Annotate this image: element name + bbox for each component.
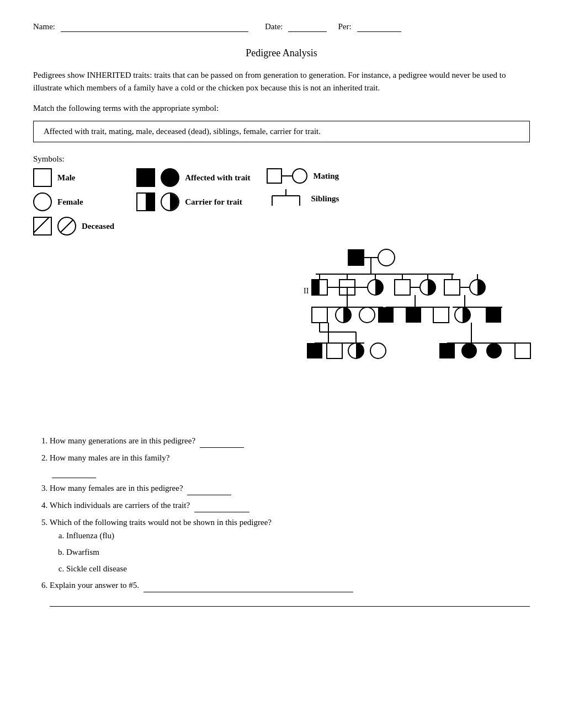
affected-female-symbol — [161, 168, 179, 187]
gen3-6 — [433, 307, 449, 323]
answer-6-line2[interactable] — [50, 597, 530, 607]
name-field[interactable] — [61, 22, 248, 32]
deceased-female-symbol — [57, 217, 76, 235]
symbol-col-3: Mating Siblings — [267, 168, 339, 208]
gen3-1 — [312, 307, 327, 323]
symbol-row-carrier: Carrier for trait — [136, 192, 250, 211]
gen3-5 — [406, 307, 421, 323]
carrier-male-symbol — [136, 192, 155, 211]
symbol-col-1: Male Female Deceased — [33, 168, 114, 235]
gen4-4 — [370, 343, 386, 358]
gen3-8 — [486, 307, 501, 323]
mating-symbol — [267, 168, 307, 184]
gen3-4 — [378, 307, 394, 323]
question-5b: Dwarfism — [66, 545, 530, 559]
deceased-label: Deceased — [82, 222, 114, 231]
question-2: How many males are in this family? — [50, 451, 530, 478]
deceased-male-symbol — [33, 217, 52, 235]
female-label: Female — [57, 197, 83, 207]
question-5a: Influenza (flu) — [66, 529, 530, 542]
symbol-row-female: Female — [33, 192, 114, 211]
terms-box: Affected with trait, mating, male, decea… — [33, 121, 530, 142]
date-label: Date: — [265, 22, 283, 31]
symbols-section: Symbols: Male Female Deceased Affe — [33, 154, 530, 235]
gen4-2 — [327, 343, 342, 358]
answer-2[interactable] — [52, 464, 96, 478]
carrier-label: Carrier for trait — [185, 197, 242, 207]
gen2-5-fill — [428, 280, 435, 295]
question-1: How many generations are in this pedigre… — [50, 434, 530, 448]
question-4: Which individuals are carriers of the tr… — [50, 499, 530, 512]
gen3-7-fill — [463, 307, 470, 323]
gen2-3-fill — [375, 280, 383, 295]
gen4-8 — [515, 343, 530, 358]
symbol-row-mating: Mating — [267, 168, 339, 184]
question-6: Explain your answer to #5. — [50, 579, 530, 607]
date-field[interactable] — [288, 22, 327, 32]
siblings-symbol — [267, 189, 305, 208]
male-label: Male — [57, 173, 75, 183]
mating-label: Mating — [313, 172, 339, 181]
question-5-subitems: Influenza (flu) Dwarfism Sickle cell dis… — [66, 529, 530, 575]
pedigree-svg: II — [298, 241, 563, 417]
gen2-4 — [395, 280, 410, 295]
symbol-row-male: Male — [33, 168, 114, 187]
symbols-grid: Male Female Deceased Affected with trait — [33, 168, 530, 235]
question-5c: Sickle cell disease — [66, 562, 530, 575]
answer-1[interactable] — [200, 434, 244, 448]
answer-3[interactable] — [187, 481, 231, 495]
question-5: Which of the following traits would not … — [50, 516, 530, 575]
question-3: How many females are in this pedigree? — [50, 481, 530, 495]
per-field[interactable] — [357, 22, 401, 32]
symbol-col-2: Affected with trait Carrier for trait — [136, 168, 250, 211]
gen4-6 — [461, 343, 477, 358]
gen4-1 — [307, 343, 322, 358]
answer-6[interactable] — [144, 579, 353, 592]
affected-male-symbol — [136, 168, 155, 187]
gen3-2-fill — [343, 307, 351, 323]
name-label: Name: — [33, 22, 55, 31]
header: Name: Date: Per: — [33, 22, 530, 32]
gen2-7-fill — [477, 280, 485, 295]
gen4-3-fill — [356, 343, 364, 358]
answer-4[interactable] — [194, 499, 249, 512]
carrier-female-symbol — [161, 192, 179, 211]
siblings-label: Siblings — [311, 194, 339, 204]
symbol-row-siblings: Siblings — [267, 189, 339, 208]
male-symbol — [33, 168, 52, 187]
gen1-female — [378, 249, 395, 266]
symbol-row-deceased: Deceased — [33, 217, 114, 235]
gen2-label: II — [304, 287, 309, 295]
symbols-label: Symbols: — [33, 154, 530, 164]
gen4-7 — [486, 343, 502, 358]
page-title: Pedigree Analysis — [33, 47, 530, 59]
gen2-1-fill — [312, 280, 320, 295]
questions-section: How many generations are in this pedigre… — [33, 434, 530, 607]
affected-label: Affected with trait — [185, 173, 250, 183]
pedigree-chart: II — [33, 241, 530, 417]
gen4-5 — [439, 343, 455, 358]
symbol-row-affected: Affected with trait — [136, 168, 250, 187]
gen2-6 — [444, 280, 460, 295]
gen1-male — [348, 249, 364, 266]
female-symbol — [33, 192, 52, 211]
intro-text: Pedigrees show INHERITED traits: traits … — [33, 69, 530, 94]
match-instruction: Match the following terms with the appro… — [33, 104, 530, 113]
per-label: Per: — [338, 22, 351, 31]
questions-list: How many generations are in this pedigre… — [50, 434, 530, 607]
gen3-3 — [359, 307, 375, 323]
